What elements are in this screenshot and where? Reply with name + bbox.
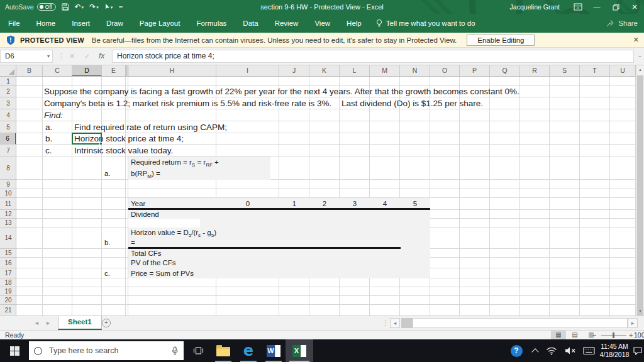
row-header-19[interactable]: 19 [0, 287, 16, 296]
taskbar-search-box[interactable] [29, 341, 184, 360]
tab-view[interactable]: View [306, 14, 338, 33]
column-header-T[interactable]: T [580, 65, 610, 77]
column-header-E[interactable]: E [102, 65, 126, 77]
column-header-R[interactable]: R [520, 65, 550, 77]
row-header-10[interactable]: 10 [0, 189, 16, 198]
page-layout-view-button[interactable]: ▤ [567, 331, 582, 339]
touch-mouse-mode-button[interactable]: ▾ [104, 3, 113, 11]
help-tray-button[interactable]: ? [507, 339, 526, 362]
expand-formula-bar-icon[interactable]: ⌄ [637, 52, 642, 58]
column-header-U[interactable]: U [610, 65, 636, 77]
tab-page-layout[interactable]: Page Layout [131, 14, 189, 33]
column-header-P[interactable]: P [460, 65, 490, 77]
network-button[interactable] [543, 339, 560, 362]
column-header-H[interactable]: H [128, 65, 216, 77]
zoom-percentage[interactable]: 100% [634, 331, 644, 339]
file-explorer-button[interactable] [211, 339, 235, 362]
scroll-down-icon[interactable]: ▼ [636, 307, 644, 315]
row-header-8[interactable]: 8 [0, 156, 16, 180]
save-button[interactable] [62, 3, 69, 11]
row-header-7[interactable]: 7 [0, 145, 16, 156]
ribbon-display-options-button[interactable] [569, 0, 587, 14]
excel-button[interactable]: X [286, 339, 313, 362]
row-header-18[interactable]: 18 [0, 278, 16, 287]
word-button[interactable]: W [262, 339, 286, 362]
fill-handle[interactable] [99, 142, 103, 145]
tab-splitter-icon[interactable]: ⋮ [382, 316, 389, 330]
autosave-toggle[interactable]: AutoSave Off [5, 3, 56, 11]
row-header-5[interactable]: 5 [0, 121, 16, 133]
row-header-4[interactable]: 4 [0, 109, 16, 121]
zoom-out-icon[interactable]: − [592, 331, 596, 339]
row-header-16[interactable]: 16 [0, 258, 16, 268]
tab-formulas[interactable]: Formulas [188, 14, 235, 33]
redo-button[interactable]: ↷▾ [89, 3, 99, 11]
microphone-icon[interactable] [171, 346, 179, 356]
row-header-15[interactable]: 15 [0, 249, 16, 258]
previous-sheet-icon[interactable]: ◂ [35, 316, 38, 330]
sheet-tab-sheet1[interactable]: Sheet1 [58, 316, 102, 330]
touch-keyboard-button[interactable] [580, 339, 597, 362]
column-header-I[interactable]: I [216, 65, 279, 77]
row-header-13[interactable]: 13 [0, 219, 16, 228]
row-header-14[interactable]: 14 [0, 228, 16, 249]
tab-data[interactable]: Data [235, 14, 266, 33]
column-header-J[interactable]: J [279, 65, 309, 77]
banner-close-icon[interactable]: ✕ [633, 36, 639, 44]
tab-insert[interactable]: Insert [64, 14, 98, 33]
customize-qat-button[interactable]: ≂ [118, 4, 123, 10]
new-sheet-button[interactable]: + [102, 319, 111, 327]
column-header-D[interactable]: D [72, 65, 102, 77]
confirm-entry-icon[interactable]: ✓ [84, 50, 90, 63]
signed-in-user[interactable]: Jacqueline Grant [510, 3, 560, 11]
scroll-right-icon[interactable]: ▸ [628, 318, 638, 328]
row-header-21[interactable]: 21 [0, 305, 16, 315]
tab-draw[interactable]: Draw [98, 14, 131, 33]
row-header-12[interactable]: 12 [0, 210, 16, 219]
tab-home[interactable]: Home [28, 14, 64, 33]
worksheet-grid[interactable]: Suppose the company is facing a fast gro… [16, 77, 636, 315]
volume-button[interactable] [561, 339, 579, 362]
share-button[interactable]: Share [607, 14, 638, 33]
formula-input[interactable]: Horizon stock price at time 4; [112, 50, 634, 63]
row-header-11[interactable]: 11 [0, 198, 16, 210]
row-header-20[interactable]: 20 [0, 296, 16, 305]
edge-button[interactable]: e [236, 339, 260, 362]
column-header-M[interactable]: M [370, 65, 400, 77]
tell-me-box[interactable]: Tell me what you want to do [376, 19, 475, 28]
tab-file[interactable]: File [0, 14, 28, 33]
column-header-B[interactable]: B [16, 65, 43, 77]
action-center-button[interactable] [631, 339, 644, 362]
undo-button[interactable]: ↶▾ [75, 3, 84, 11]
task-view-button[interactable] [186, 339, 210, 362]
tab-help[interactable]: Help [338, 14, 370, 33]
column-header-L[interactable]: L [340, 65, 370, 77]
cancel-entry-icon[interactable]: ✕ [69, 50, 75, 63]
column-header-O[interactable]: O [430, 65, 460, 77]
vertical-scrollbar[interactable]: ▲ ▼ [636, 65, 644, 315]
zoom-in-icon[interactable]: + [629, 331, 633, 339]
minimize-button[interactable]: — [587, 0, 606, 14]
normal-view-button[interactable]: ▦ [551, 331, 566, 339]
insert-function-icon[interactable]: fx [99, 50, 104, 63]
row-header-17[interactable]: 17 [0, 268, 16, 278]
row-header-9[interactable]: 9 [0, 180, 16, 189]
zoom-slider-thumb[interactable] [613, 332, 614, 338]
clock[interactable]: 11:45 AM4/18/2018 [597, 339, 631, 362]
horizontal-scrollbar-track[interactable] [413, 318, 628, 328]
scroll-left-icon[interactable]: ◂ [390, 318, 400, 328]
column-header-C[interactable]: C [43, 65, 72, 77]
column-header-K[interactable]: K [309, 65, 340, 77]
show-hidden-icons-button[interactable] [528, 339, 542, 362]
start-button[interactable] [0, 339, 29, 362]
scroll-up-icon[interactable]: ▲ [636, 65, 644, 74]
row-header-2[interactable]: 2 [0, 86, 16, 97]
column-header-Q[interactable]: Q [490, 65, 520, 77]
restore-button[interactable] [606, 0, 625, 14]
next-sheet-icon[interactable]: ▸ [47, 316, 50, 330]
row-header-1[interactable]: 1 [0, 77, 16, 86]
active-cell-selection[interactable] [72, 133, 102, 145]
search-input[interactable] [48, 346, 171, 356]
row-header-6[interactable]: 6 [0, 133, 16, 145]
enable-editing-button[interactable]: Enable Editing [467, 35, 535, 46]
